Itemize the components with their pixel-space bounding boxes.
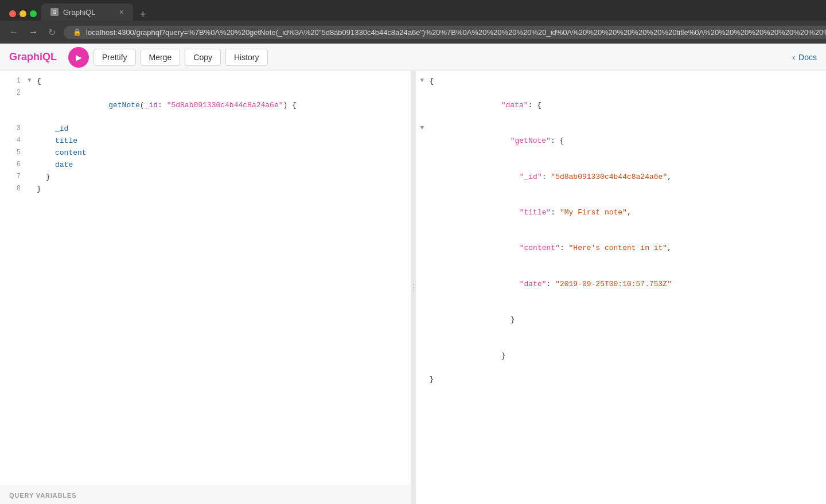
response-panel: ▼ { "data": { ▼ "getNote": xyxy=(416,71,827,504)
code-line: 4 title xyxy=(0,135,411,147)
code-line: 1 ▼ { xyxy=(0,76,411,88)
copy-button[interactable]: Copy xyxy=(185,49,221,66)
code-line: 5 content xyxy=(0,147,411,159)
query-variables-bar[interactable]: QUERY VARIABLES xyxy=(0,486,411,504)
chevron-left-icon: ‹ xyxy=(792,53,795,62)
back-button[interactable]: ← xyxy=(7,25,21,40)
response-line: "date": "2019-09-25T00:10:57.753Z" xyxy=(416,267,827,302)
response-line: ▼ { xyxy=(416,76,827,88)
refresh-button[interactable]: ↻ xyxy=(46,25,58,40)
response-line: } xyxy=(416,374,827,386)
active-tab[interactable]: G GraphiQL × xyxy=(41,3,133,21)
tab-close-button[interactable]: × xyxy=(119,7,124,17)
window-controls xyxy=(5,7,41,21)
forward-button[interactable]: → xyxy=(26,25,40,40)
tab-favicon: G xyxy=(50,8,59,16)
code-line: 7 } xyxy=(0,171,411,183)
response-content: ▼ { "data": { ▼ "getNote": xyxy=(416,71,827,504)
graphiql-toolbar: GraphiQL ▶ Prettify Merge Copy History ‹… xyxy=(0,44,826,71)
browser-window: G GraphiQL × + ← → ↻ 🔒 localhost:4300/gr… xyxy=(0,0,826,504)
address-bar: ← → ↻ 🔒 localhost:4300/graphql?query=%7B… xyxy=(0,21,826,44)
tab-title: GraphiQL xyxy=(63,8,95,17)
response-line: "data": { xyxy=(416,88,827,123)
url-bar[interactable]: 🔒 localhost:4300/graphql?query=%7B%0A%20… xyxy=(64,26,826,39)
run-button[interactable]: ▶ xyxy=(68,47,89,68)
panel-separator[interactable] xyxy=(411,71,416,504)
code-line: 3 _id xyxy=(0,123,411,135)
response-line: ▼ "getNote": { xyxy=(416,123,827,159)
lock-icon: 🔒 xyxy=(73,28,81,36)
query-editor: 1 ▼ { 2 getNote(_id: "5d8ab091330c4b44c8… xyxy=(0,71,411,504)
code-line: 2 getNote(_id: "5d8ab091330c4b44c8a24a6e… xyxy=(0,88,411,123)
prettify-button[interactable]: Prettify xyxy=(93,49,136,66)
tab-bar: G GraphiQL × + xyxy=(0,0,826,21)
graphiql-logo: GraphiQL xyxy=(9,51,57,63)
response-line: "title": "My First note", xyxy=(416,195,827,230)
query-variables-label: QUERY VARIABLES xyxy=(9,492,77,499)
response-line: "_id": "5d8ab091330c4b44c8a24a6e", xyxy=(416,159,827,195)
docs-button[interactable]: ‹ Docs xyxy=(792,53,817,62)
response-line: "content": "Here's content in it", xyxy=(416,231,827,267)
graphiql-app: GraphiQL ▶ Prettify Merge Copy History ‹… xyxy=(0,44,826,504)
graphiql-editors: 1 ▼ { 2 getNote(_id: "5d8ab091330c4b44c8… xyxy=(0,71,826,504)
response-line: } xyxy=(416,338,827,374)
new-tab-button[interactable]: + xyxy=(135,9,151,21)
url-text: localhost:4300/graphql?query=%7B%0A%20%2… xyxy=(86,28,826,37)
query-editor-content[interactable]: 1 ▼ { 2 getNote(_id: "5d8ab091330c4b44c8… xyxy=(0,71,411,486)
history-button[interactable]: History xyxy=(225,49,268,66)
code-line: 6 date xyxy=(0,159,411,171)
minimize-dot[interactable] xyxy=(20,10,26,17)
maximize-dot[interactable] xyxy=(30,10,37,17)
code-line: 8 } xyxy=(0,183,411,196)
close-dot[interactable] xyxy=(9,10,16,17)
merge-button[interactable]: Merge xyxy=(141,49,181,66)
response-line: } xyxy=(416,302,827,338)
